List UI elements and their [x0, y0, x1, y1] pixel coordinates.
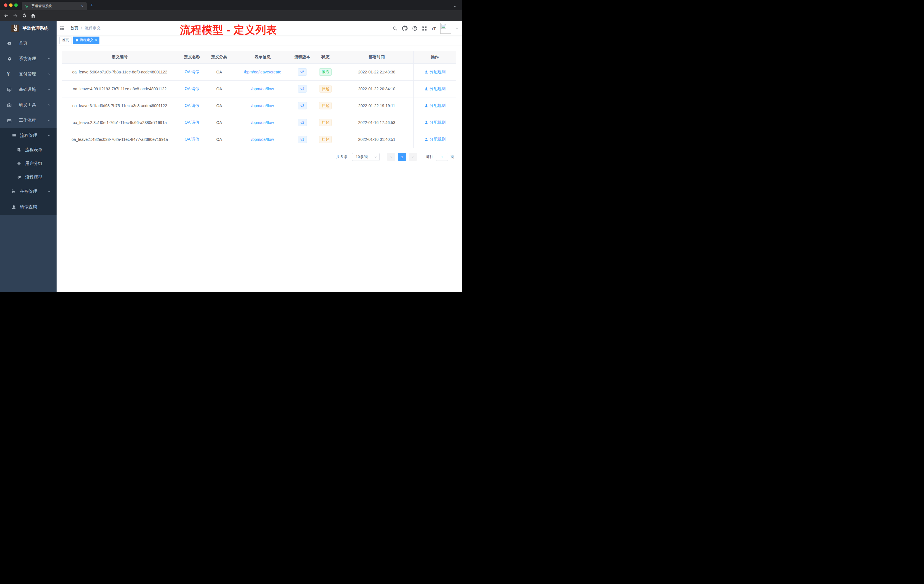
assign-rule-label: 分配规则: [430, 137, 446, 142]
form-link[interactable]: /bpm/oa/flow: [251, 120, 274, 125]
monitor-icon: [7, 87, 12, 92]
status-badge: 挂起: [319, 102, 332, 109]
assign-rule-button[interactable]: 分配规则: [424, 69, 446, 74]
window-close-button[interactable]: [4, 3, 7, 7]
text-size-icon[interactable]: TT: [431, 26, 436, 31]
definition-name-link[interactable]: OA 请假: [185, 86, 199, 91]
col-header-deploy-time: 部署时间: [340, 51, 413, 63]
definition-category: OA: [207, 97, 231, 114]
definition-id: oa_leave:2:3c1f0ef1-76b1-11ec-9c66-a2380…: [62, 114, 177, 131]
definition-name-link[interactable]: OA 请假: [185, 120, 199, 125]
active-dot-icon: [76, 39, 78, 41]
help-icon[interactable]: [412, 26, 417, 31]
sidebar-item-label: 请假查询: [20, 204, 37, 210]
sidebar-item-user-group[interactable]: 用户分组: [0, 157, 56, 170]
assign-rule-button[interactable]: 分配规则: [424, 120, 446, 125]
sidebar-item-system[interactable]: 系统管理: [0, 51, 56, 66]
tag-close-icon[interactable]: ×: [95, 39, 97, 42]
assign-rule-button[interactable]: 分配规则: [424, 86, 446, 91]
assign-rule-button[interactable]: 分配规则: [424, 137, 446, 142]
definition-name-link[interactable]: OA 请假: [185, 137, 199, 142]
avatar-caret-icon[interactable]: [455, 27, 459, 30]
sidebar-item-infrastructure[interactable]: 基础设施: [0, 82, 56, 97]
sidebar-item-workflow[interactable]: 工作流程: [0, 112, 56, 128]
browser-tab[interactable]: 芋道管理系统 ×: [22, 2, 87, 10]
github-icon[interactable]: [402, 25, 408, 31]
new-tab-button[interactable]: +: [90, 3, 93, 8]
prev-page-button[interactable]: [387, 153, 395, 161]
definition-name-link[interactable]: OA 请假: [185, 103, 199, 108]
user-icon: [424, 87, 428, 91]
chevron-up-icon: [48, 119, 51, 122]
home-icon[interactable]: [30, 13, 36, 18]
sidebar-item-label: 研发工具: [19, 102, 36, 108]
page-unit-label: 页: [450, 154, 454, 159]
status-badge: 激活: [319, 68, 332, 76]
breadcrumb-current: 流程定义: [84, 26, 101, 31]
definition-id: oa_leave:4:991f2193-7b7f-11ec-a3c8-acde4…: [62, 81, 177, 97]
search-icon[interactable]: [392, 26, 398, 31]
sidebar-item-process-form[interactable]: 流程表单: [0, 143, 56, 157]
table-header-row: 定义编号 定义名称 定义分类 表单信息 流程版本 状态 部署时间 操作: [62, 51, 456, 64]
col-header-form: 表单信息: [231, 51, 294, 63]
fullscreen-icon[interactable]: [422, 26, 427, 31]
sidebar-fold-icon[interactable]: [59, 25, 65, 31]
table-row: oa_leave:2:3c1f0ef1-76b1-11ec-9c66-a2380…: [62, 114, 456, 131]
deploy-time: 2022-01-16 17:46:53: [340, 114, 413, 131]
sidebar-item-process-model[interactable]: 流程模型: [0, 170, 56, 184]
forward-icon[interactable]: [13, 13, 18, 18]
sidebar-item-label: 流程管理: [20, 133, 37, 138]
dashboard-icon: [7, 41, 12, 46]
assign-rule-button[interactable]: 分配规则: [424, 103, 446, 108]
goto-page-input[interactable]: 1: [436, 153, 448, 161]
sidebar-item-payment[interactable]: ¥ 支付管理: [0, 66, 56, 82]
sidebar-item-process-management[interactable]: 流程管理: [0, 128, 56, 143]
gear-icon: [7, 56, 12, 61]
form-link[interactable]: /bpm/oa/flow: [251, 137, 274, 142]
status-badge: 挂起: [319, 119, 332, 126]
version-badge: v4: [298, 85, 307, 92]
col-header-id: 定义编号: [62, 51, 177, 63]
tag-home[interactable]: 首页: [59, 36, 71, 44]
pagination-total: 共 5 条: [336, 154, 347, 159]
form-link[interactable]: /bpm/oa/flow: [251, 87, 274, 91]
definition-id: oa_leave:3:1fad3d93-7b75-11ec-a3c8-acde4…: [62, 97, 177, 114]
window-minimize-button[interactable]: [9, 3, 13, 7]
definition-category: OA: [207, 81, 231, 97]
user-icon: [424, 104, 428, 108]
sidebar-item-task-management[interactable]: 任务管理: [0, 184, 56, 199]
sidebar-item-home[interactable]: 首页: [0, 35, 56, 51]
version-badge: v3: [298, 102, 307, 109]
page-size-select[interactable]: 10条/页: [352, 153, 380, 161]
form-link[interactable]: /bpm/oa/leave/create: [244, 70, 281, 74]
table-row: oa_leave:5:004b710b-7b8a-11ec-8ef0-acde4…: [62, 64, 456, 81]
main-content: 定义编号 定义名称 定义分类 表单信息 流程版本 状态 部署时间 操作 oa_l…: [56, 45, 462, 292]
sidebar-item-label: 流程模型: [25, 175, 42, 180]
form-link[interactable]: /bpm/oa/flow: [251, 104, 274, 108]
sidebar-item-leave-query[interactable]: 请假查询: [0, 199, 56, 215]
tab-search-chevron-icon[interactable]: [453, 5, 457, 8]
browser-tabstrip: 芋道管理系统 × +: [0, 0, 462, 10]
sidebar-item-devtools[interactable]: 研发工具: [0, 97, 56, 112]
definition-name-link[interactable]: OA 请假: [185, 69, 199, 74]
reload-icon[interactable]: [22, 13, 27, 18]
version-badge: v1: [298, 136, 307, 143]
tab-close-icon[interactable]: ×: [81, 4, 84, 8]
page-number-button[interactable]: 1: [398, 153, 406, 161]
assign-rule-label: 分配规则: [430, 120, 446, 125]
breadcrumb: 首页 / 流程定义: [70, 21, 101, 35]
breadcrumb-home[interactable]: 首页: [70, 26, 78, 31]
robot-icon: [16, 161, 21, 166]
chevron-down-icon: [48, 57, 51, 60]
yen-icon: ¥: [7, 71, 10, 77]
sidebar-item-label: 任务管理: [20, 189, 37, 194]
sidebar-logo[interactable]: 芋道管理系统: [0, 21, 56, 35]
sidebar-item-label: 工作流程: [19, 118, 36, 123]
next-page-button[interactable]: [409, 153, 417, 161]
app-title: 芋道管理系统: [23, 26, 48, 31]
user-icon: [424, 70, 428, 74]
window-zoom-button[interactable]: [14, 3, 18, 7]
tag-process-definition[interactable]: 流程定义 ×: [73, 36, 99, 44]
back-icon[interactable]: [3, 13, 9, 18]
avatar[interactable]: [440, 23, 451, 34]
